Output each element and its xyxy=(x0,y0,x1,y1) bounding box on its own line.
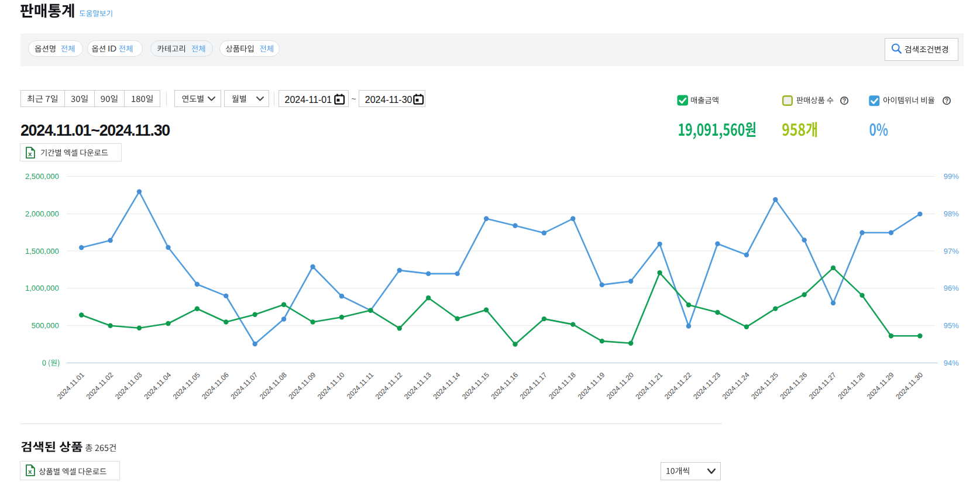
svg-text:2024.11.16: 2024.11.16 xyxy=(489,370,520,401)
svg-text:2024.11.24: 2024.11.24 xyxy=(721,370,751,401)
svg-text:2024.11.15: 2024.11.15 xyxy=(460,370,491,401)
svg-text:96%: 96% xyxy=(944,284,959,292)
svg-text:2024.11.17: 2024.11.17 xyxy=(518,370,549,401)
svg-text:2024.11.09: 2024.11.09 xyxy=(287,370,317,401)
svg-text:500,000: 500,000 xyxy=(32,321,59,330)
svg-text:2024.11.23: 2024.11.23 xyxy=(692,370,722,401)
svg-text:94%: 94% xyxy=(944,359,959,367)
svg-text:1,500,000: 1,500,000 xyxy=(25,247,59,256)
svg-text:2024.11.02: 2024.11.02 xyxy=(84,370,115,401)
svg-text:2024.11.12: 2024.11.12 xyxy=(374,370,404,401)
svg-text:2024.11.28: 2024.11.28 xyxy=(836,370,866,401)
svg-text:2024.11.27: 2024.11.27 xyxy=(807,370,838,401)
svg-text:2024.11.10: 2024.11.10 xyxy=(316,370,346,401)
svg-text:2024.11.07: 2024.11.07 xyxy=(229,370,260,401)
svg-text:98%: 98% xyxy=(944,209,959,218)
svg-text:2024.11.06: 2024.11.06 xyxy=(200,370,231,401)
svg-text:2024.11.18: 2024.11.18 xyxy=(547,370,577,401)
svg-text:2024.11.19: 2024.11.19 xyxy=(576,370,607,401)
svg-text:99%: 99% xyxy=(944,172,959,181)
svg-text:2024.11.21: 2024.11.21 xyxy=(634,370,664,401)
svg-text:2024.11.14: 2024.11.14 xyxy=(432,370,462,401)
svg-text:2024.11.25: 2024.11.25 xyxy=(749,370,780,401)
svg-text:2024.11.30: 2024.11.30 xyxy=(894,370,924,401)
svg-text:97%: 97% xyxy=(944,247,959,256)
svg-text:2024.11.03: 2024.11.03 xyxy=(114,370,144,401)
svg-text:2024.11.13: 2024.11.13 xyxy=(403,370,433,401)
svg-text:2,000,000: 2,000,000 xyxy=(25,209,59,218)
svg-text:2024.11.08: 2024.11.08 xyxy=(258,370,288,401)
svg-text:2024.11.20: 2024.11.20 xyxy=(605,370,635,401)
svg-text:2024.11.22: 2024.11.22 xyxy=(663,370,693,401)
svg-text:2,500,000: 2,500,000 xyxy=(25,172,59,181)
svg-text:2024.11.11: 2024.11.11 xyxy=(345,370,375,400)
svg-text:2024.11.29: 2024.11.29 xyxy=(865,370,896,401)
svg-text:x: x xyxy=(28,468,32,475)
svg-text:2024.11.04: 2024.11.04 xyxy=(142,370,173,401)
svg-text:2024.11.01: 2024.11.01 xyxy=(56,370,86,401)
svg-text:2024.11.05: 2024.11.05 xyxy=(171,370,202,401)
svg-text:1,000,000: 1,000,000 xyxy=(25,284,59,292)
svg-text:95%: 95% xyxy=(944,321,959,330)
svg-text:2024.11.26: 2024.11.26 xyxy=(779,370,809,401)
